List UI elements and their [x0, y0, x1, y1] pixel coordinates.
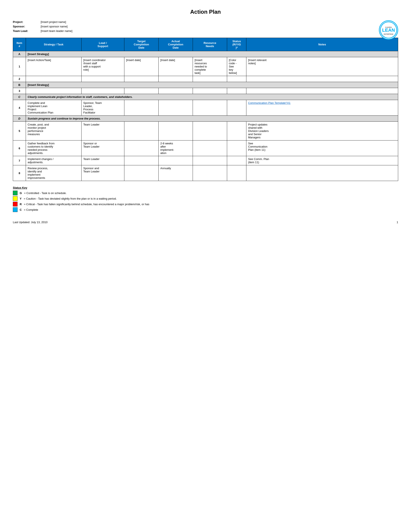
table-row: 7Implement changes /adjustments.Team Lea…: [13, 156, 398, 165]
row-status: [227, 141, 246, 156]
row-item: 1: [13, 57, 26, 76]
project-row: Project: [Insert project name]: [13, 20, 398, 24]
row-strategy: Complete andimplement LeanProjectCommuni…: [26, 100, 82, 116]
project-value: [Insert project name]: [41, 20, 66, 24]
table-row: A[Insert Strategy]: [13, 51, 398, 57]
row-item: 8: [13, 165, 26, 181]
row-actual: [159, 76, 193, 82]
teamlead-label: Team Lead:: [13, 29, 38, 33]
row-lead: Team Leader: [82, 156, 124, 165]
table-row: 5Create, post, andmonitor projectperform…: [13, 122, 398, 141]
page-number: 1: [397, 221, 398, 224]
status-letter: Y: [20, 197, 22, 200]
last-updated: Last Updated: July 13, 2010: [13, 221, 47, 224]
row-actual: [159, 156, 193, 165]
project-label: Project:: [13, 20, 38, 24]
row-target: [124, 88, 159, 94]
row-item: 6: [13, 141, 26, 156]
table-row: 8Review process,identify andimplementimp…: [13, 165, 398, 181]
row-resource: [193, 156, 227, 165]
col-resource: ResourceNeeds: [193, 38, 227, 51]
teamlead-row: Team Lead: [Insert team leader name]: [13, 29, 398, 33]
table-row: CClearly communicate project information…: [13, 94, 398, 100]
row-strategy: Implement changes /adjustments.: [26, 156, 82, 165]
row-actual: [159, 88, 193, 94]
sponsor-value: [Insert sponsor name]: [41, 25, 68, 28]
row-status: [227, 100, 246, 116]
row-lead: Sponsor orTeam Leader: [82, 141, 124, 156]
page-title: Action Plan: [13, 9, 398, 15]
row-notes: Project updatesshared withDivision Leade…: [246, 122, 398, 141]
svg-text:LEAN: LEAN: [382, 28, 395, 33]
row-strategy-text: [Insert Strategy]: [26, 82, 398, 88]
sponsor-label: Sponsor:: [13, 25, 38, 28]
row-lead: [82, 88, 124, 94]
status-description: = Complete: [24, 208, 38, 211]
action-plan-table: Item# Strategy / Task Lead /Support Targ…: [13, 38, 398, 181]
row-resource: [193, 100, 227, 116]
row-lead: [Insert coordinator/Insert staffwith a s…: [82, 57, 124, 76]
row-item: 7: [13, 156, 26, 165]
table-row: 3: [13, 88, 398, 94]
row-item: B: [13, 82, 26, 88]
row-status: [227, 88, 246, 94]
status-letter: C: [20, 208, 22, 211]
row-notes: Communication Plan Template'!A1: [246, 100, 398, 116]
col-notes: Notes: [246, 38, 398, 51]
row-resource: [Insertresourcesneeded tocompletetask]: [193, 57, 227, 76]
row-notes: [246, 76, 398, 82]
row-strategy-text: [Insert Strategy]: [26, 51, 398, 57]
row-actual: [159, 122, 193, 141]
status-color-box: [13, 207, 18, 212]
table-row: 1[Insert Action/Task][Insert coordinator…: [13, 57, 398, 76]
row-resource: [193, 122, 227, 141]
row-notes: [Insert relevantnotes]: [246, 57, 398, 76]
status-letter: R: [20, 203, 22, 206]
col-target: TargetCompletionDate: [124, 38, 159, 51]
row-strategy: [26, 88, 82, 94]
row-resource: [193, 88, 227, 94]
row-status: [Colorcode -Seekeybelow]: [227, 57, 246, 76]
status-key-item: Y= Caution - Task has deviated slightly …: [13, 196, 398, 201]
row-resource: [193, 76, 227, 82]
row-resource: [193, 141, 227, 156]
row-status: [227, 156, 246, 165]
row-strategy: Review process,identify andimplementimpr…: [26, 165, 82, 181]
row-target: [Insert date]: [124, 57, 159, 76]
row-resource: [193, 165, 227, 181]
status-key-title: Status Key: [13, 186, 398, 189]
row-actual: [159, 100, 193, 116]
row-status: [227, 165, 246, 181]
status-key-section: Status Key G= Controlled - Task is on sc…: [13, 186, 398, 212]
row-item: A: [13, 51, 26, 57]
row-target: [124, 141, 159, 156]
meta-section: Project: [Insert project name] Sponsor: …: [13, 20, 398, 33]
teamlead-value: [Insert team leader name]: [41, 29, 72, 33]
status-color-box: [13, 196, 18, 201]
row-notes: [246, 88, 398, 94]
col-lead: Lead /Support: [82, 38, 124, 51]
footer: Last Updated: July 13, 2010 1: [13, 221, 398, 224]
status-key-item: C= Complete: [13, 207, 398, 212]
row-strategy: [26, 76, 82, 82]
row-item: 2: [13, 76, 26, 82]
row-item: D: [13, 116, 26, 122]
col-actual: ActualCompletionDate: [159, 38, 193, 51]
table-row: 6Gather feedback fromcustomers to identi…: [13, 141, 398, 156]
status-letter: G: [20, 191, 22, 195]
row-actual: [Insert date]: [159, 57, 193, 76]
row-item: 3: [13, 88, 26, 94]
row-strategy: [Insert Action/Task]: [26, 57, 82, 76]
row-target: [124, 156, 159, 165]
table-row: 4Complete andimplement LeanProjectCommun…: [13, 100, 398, 116]
row-section-text: Sustain progress and continue to improve…: [26, 116, 398, 122]
row-lead: Sponsor, TeamLeader,ProcessFacilitator: [82, 100, 124, 116]
status-description: = Critical - Task has fallen significant…: [24, 203, 149, 206]
row-lead: Team Leader: [82, 122, 124, 141]
sponsor-row: Sponsor: [Insert sponsor name]: [13, 25, 398, 28]
status-description: = Caution - Task has deviated slightly f…: [24, 197, 117, 200]
status-color-box: [13, 202, 18, 207]
row-actual: Annually: [159, 165, 193, 181]
row-item: 5: [13, 122, 26, 141]
status-key-item: G= Controlled - Task is on schedule.: [13, 191, 398, 195]
